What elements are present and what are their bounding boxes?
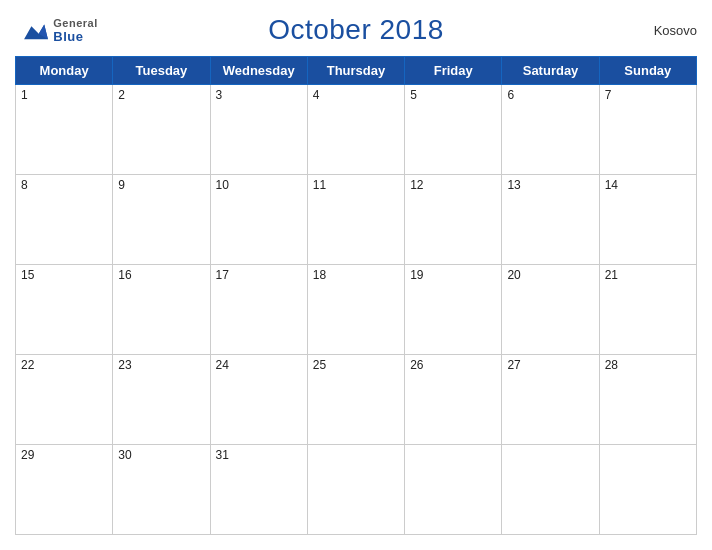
calendar-header: General Blue October 2018 Kosovo [15, 10, 697, 50]
day-number: 27 [507, 358, 520, 372]
day-number: 15 [21, 268, 34, 282]
calendar-week-row: 15161718192021 [16, 265, 697, 355]
calendar-day-cell: 6 [502, 85, 599, 175]
calendar-week-row: 293031 [16, 445, 697, 535]
calendar-day-cell: 2 [113, 85, 210, 175]
day-number: 25 [313, 358, 326, 372]
calendar-day-cell: 14 [599, 175, 696, 265]
day-number: 28 [605, 358, 618, 372]
calendar-day-cell: 9 [113, 175, 210, 265]
logo-general-text: General [53, 17, 97, 29]
calendar-day-cell: 11 [307, 175, 404, 265]
calendar-empty-cell [405, 445, 502, 535]
calendar-day-cell: 22 [16, 355, 113, 445]
calendar-title-area: October 2018 [105, 14, 607, 46]
calendar-header-row: Monday Tuesday Wednesday Thursday Friday… [16, 57, 697, 85]
weekday-header-row: Monday Tuesday Wednesday Thursday Friday… [16, 57, 697, 85]
day-number: 9 [118, 178, 125, 192]
day-number: 17 [216, 268, 229, 282]
calendar-day-cell: 20 [502, 265, 599, 355]
day-number: 14 [605, 178, 618, 192]
day-number: 20 [507, 268, 520, 282]
day-number: 8 [21, 178, 28, 192]
weekday-wednesday: Wednesday [210, 57, 307, 85]
day-number: 3 [216, 88, 223, 102]
calendar-week-row: 891011121314 [16, 175, 697, 265]
calendar-day-cell: 29 [16, 445, 113, 535]
calendar-day-cell: 25 [307, 355, 404, 445]
calendar-week-row: 1234567 [16, 85, 697, 175]
day-number: 22 [21, 358, 34, 372]
calendar-table: Monday Tuesday Wednesday Thursday Friday… [15, 56, 697, 535]
day-number: 26 [410, 358, 423, 372]
calendar-day-cell: 21 [599, 265, 696, 355]
calendar-day-cell: 1 [16, 85, 113, 175]
calendar-day-cell: 12 [405, 175, 502, 265]
country-label: Kosovo [607, 23, 697, 38]
calendar-day-cell: 26 [405, 355, 502, 445]
day-number: 16 [118, 268, 131, 282]
day-number: 12 [410, 178, 423, 192]
calendar-day-cell: 31 [210, 445, 307, 535]
calendar-day-cell: 13 [502, 175, 599, 265]
weekday-friday: Friday [405, 57, 502, 85]
day-number: 11 [313, 178, 326, 192]
calendar-day-cell: 28 [599, 355, 696, 445]
calendar-day-cell: 17 [210, 265, 307, 355]
day-number: 2 [118, 88, 125, 102]
calendar-day-cell: 5 [405, 85, 502, 175]
day-number: 4 [313, 88, 320, 102]
weekday-monday: Monday [16, 57, 113, 85]
day-number: 21 [605, 268, 618, 282]
calendar-day-cell: 23 [113, 355, 210, 445]
day-number: 7 [605, 88, 612, 102]
calendar-empty-cell [502, 445, 599, 535]
day-number: 30 [118, 448, 131, 462]
calendar-body: 1234567891011121314151617181920212223242… [16, 85, 697, 535]
day-number: 18 [313, 268, 326, 282]
day-number: 29 [21, 448, 34, 462]
day-number: 23 [118, 358, 131, 372]
day-number: 6 [507, 88, 514, 102]
calendar-day-cell: 4 [307, 85, 404, 175]
day-number: 1 [21, 88, 28, 102]
day-number: 19 [410, 268, 423, 282]
calendar-day-cell: 16 [113, 265, 210, 355]
weekday-tuesday: Tuesday [113, 57, 210, 85]
weekday-thursday: Thursday [307, 57, 404, 85]
calendar-day-cell: 10 [210, 175, 307, 265]
calendar-day-cell: 7 [599, 85, 696, 175]
calendar-day-cell: 24 [210, 355, 307, 445]
logo-icon [22, 19, 50, 41]
day-number: 31 [216, 448, 229, 462]
calendar-day-cell: 15 [16, 265, 113, 355]
day-number: 10 [216, 178, 229, 192]
calendar-empty-cell [307, 445, 404, 535]
calendar-day-cell: 19 [405, 265, 502, 355]
weekday-saturday: Saturday [502, 57, 599, 85]
weekday-sunday: Sunday [599, 57, 696, 85]
day-number: 24 [216, 358, 229, 372]
calendar-day-cell: 3 [210, 85, 307, 175]
calendar-empty-cell [599, 445, 696, 535]
calendar-day-cell: 30 [113, 445, 210, 535]
calendar-day-cell: 27 [502, 355, 599, 445]
logo-blue-text: Blue [53, 29, 97, 44]
day-number: 5 [410, 88, 417, 102]
day-number: 13 [507, 178, 520, 192]
logo: General Blue [15, 17, 105, 44]
calendar-title: October 2018 [105, 14, 607, 46]
calendar-week-row: 22232425262728 [16, 355, 697, 445]
calendar-day-cell: 18 [307, 265, 404, 355]
calendar-day-cell: 8 [16, 175, 113, 265]
